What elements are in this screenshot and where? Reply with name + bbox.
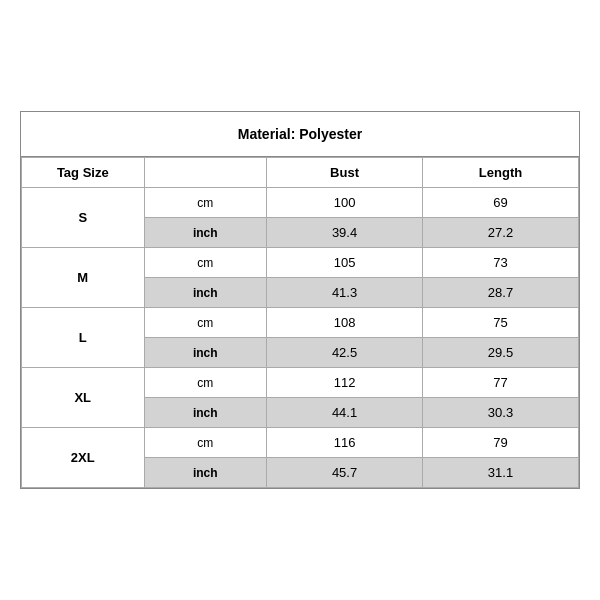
tag-size-header: Tag Size [22,158,145,188]
inch-bust-cell: 42.5 [267,338,423,368]
inch-unit-cell: inch [144,338,267,368]
table-body: Scm10069inch39.427.2Mcm10573inch41.328.7… [22,188,579,488]
size-cell: L [22,308,145,368]
unit-header-empty [144,158,267,188]
cm-bust-cell: 112 [267,368,423,398]
cm-length-cell: 79 [423,428,579,458]
cm-length-cell: 77 [423,368,579,398]
inch-bust-cell: 44.1 [267,398,423,428]
inch-length-cell: 28.7 [423,278,579,308]
inch-unit-cell: inch [144,218,267,248]
chart-title: Material: Polyester [21,112,579,157]
cm-length-cell: 73 [423,248,579,278]
length-header: Length [423,158,579,188]
size-cell: S [22,188,145,248]
inch-unit-cell: inch [144,398,267,428]
cm-length-cell: 69 [423,188,579,218]
size-chart-container: Material: Polyester Tag Size Bust Length… [20,111,580,489]
bust-header: Bust [267,158,423,188]
size-cell: 2XL [22,428,145,488]
cm-unit-cell: cm [144,428,267,458]
cm-bust-cell: 100 [267,188,423,218]
table-row: Mcm10573 [22,248,579,278]
inch-bust-cell: 41.3 [267,278,423,308]
cm-length-cell: 75 [423,308,579,338]
cm-bust-cell: 108 [267,308,423,338]
cm-unit-cell: cm [144,368,267,398]
size-cell: M [22,248,145,308]
size-table: Tag Size Bust Length Scm10069inch39.427.… [21,157,579,488]
inch-bust-cell: 39.4 [267,218,423,248]
inch-unit-cell: inch [144,458,267,488]
size-cell: XL [22,368,145,428]
cm-unit-cell: cm [144,248,267,278]
cm-unit-cell: cm [144,188,267,218]
inch-bust-cell: 45.7 [267,458,423,488]
cm-unit-cell: cm [144,308,267,338]
inch-length-cell: 29.5 [423,338,579,368]
table-row: Scm10069 [22,188,579,218]
table-row: XLcm11277 [22,368,579,398]
table-header-row: Tag Size Bust Length [22,158,579,188]
inch-length-cell: 27.2 [423,218,579,248]
inch-length-cell: 31.1 [423,458,579,488]
inch-unit-cell: inch [144,278,267,308]
table-row: 2XLcm11679 [22,428,579,458]
cm-bust-cell: 116 [267,428,423,458]
table-row: Lcm10875 [22,308,579,338]
inch-length-cell: 30.3 [423,398,579,428]
cm-bust-cell: 105 [267,248,423,278]
